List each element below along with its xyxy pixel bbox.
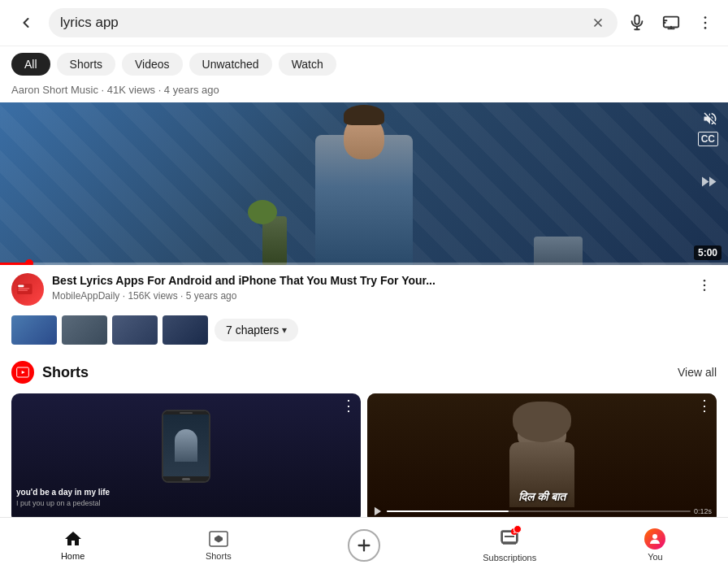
short-more-button-2[interactable]: ⋮ <box>697 398 712 413</box>
chapter-thumb-3[interactable] <box>112 315 158 345</box>
chapter-thumb-1[interactable] <box>11 315 57 345</box>
notification-badge <box>514 525 522 533</box>
avatar-initials <box>11 273 44 306</box>
microphone-icon[interactable] <box>626 11 648 34</box>
nav-item-subscriptions[interactable]: 1 Subscriptions <box>437 524 583 566</box>
filter-tab-shorts[interactable]: Shorts <box>57 53 115 76</box>
channel-avatar[interactable] <box>11 273 44 306</box>
bottom-navigation: Home Shorts 1 Subscriptions <box>0 517 728 569</box>
nav-item-add[interactable] <box>291 526 436 565</box>
svg-point-6 <box>704 16 707 19</box>
nav-item-you[interactable]: You <box>583 525 728 565</box>
filter-tab-all[interactable]: All <box>11 53 50 76</box>
chevron-down-icon: ▾ <box>282 324 287 336</box>
video-meta: MobileAppDaily · 156K views · 5 years ag… <box>52 290 684 302</box>
svg-rect-11 <box>18 288 29 289</box>
fast-forward-icon[interactable] <box>699 172 718 196</box>
video-duration: 5:00 <box>694 245 722 260</box>
video-info-row: Best Lyrics Apps For Android and iPhone … <box>0 265 728 311</box>
chapters-expand-button[interactable]: 7 chapters ▾ <box>214 319 298 341</box>
phone-mockup <box>162 410 210 483</box>
shorts-section-title: Shorts <box>42 364 670 381</box>
chapter-thumb-2[interactable] <box>62 315 107 345</box>
nav-label-home: Home <box>61 551 84 561</box>
svg-point-8 <box>704 27 707 29</box>
nav-item-shorts[interactable]: Shorts <box>145 526 291 564</box>
filter-tab-watch[interactable]: Watch <box>279 53 336 76</box>
shorts-logo-icon <box>11 361 34 384</box>
mute-icon[interactable] <box>702 111 718 131</box>
chapter-thumb-4[interactable] <box>162 315 208 345</box>
back-button[interactable] <box>11 8 41 37</box>
svg-point-13 <box>704 280 706 282</box>
nav-label-subscriptions: Subscriptions <box>483 553 536 562</box>
cc-icon[interactable]: CC <box>698 132 718 146</box>
short-card-1-bg: you'd be a day in my life I put you up o… <box>11 393 361 523</box>
filter-tabs: All Shorts Videos Unwatched Watch <box>0 46 728 82</box>
channel-bar: Aaron Short Music · 41K views · 4 years … <box>0 82 728 102</box>
svg-rect-5 <box>664 17 678 28</box>
cast-icon[interactable] <box>660 11 682 34</box>
search-input[interactable]: lyrics app <box>60 15 583 31</box>
svg-rect-2 <box>635 15 639 24</box>
svg-marker-16 <box>375 507 381 516</box>
svg-point-22 <box>652 534 657 539</box>
svg-point-7 <box>704 22 707 24</box>
subscriptions-icon-wrap: 1 <box>500 528 519 550</box>
more-options-icon[interactable] <box>694 11 717 34</box>
short-card-2-bg: दिल की बात 0:12s <box>367 393 717 523</box>
shorts-grid: you'd be a day in my life I put you up o… <box>0 390 728 532</box>
filter-tab-videos[interactable]: Videos <box>122 53 183 76</box>
add-button[interactable] <box>348 529 380 562</box>
you-avatar <box>644 528 665 549</box>
short-more-button-1[interactable]: ⋮ <box>341 398 356 413</box>
shorts-nav-icon <box>209 529 228 549</box>
nav-item-home[interactable]: Home <box>0 526 145 564</box>
filter-tab-unwatched[interactable]: Unwatched <box>189 53 272 76</box>
chapters-row: 7 chapters ▾ <box>0 311 728 354</box>
video-more-button[interactable] <box>692 273 717 298</box>
svg-point-15 <box>704 289 706 292</box>
nav-label-shorts: Shorts <box>206 551 232 561</box>
clear-search-button[interactable] <box>590 15 606 31</box>
progress-dot[interactable] <box>25 259 33 265</box>
chapters-label: 7 chapters <box>226 324 279 337</box>
nav-label-you: You <box>648 552 663 562</box>
short-card-2[interactable]: दिल की बात 0:12s ⋮ <box>367 393 717 523</box>
svg-point-14 <box>704 284 706 287</box>
video-progress-bar[interactable] <box>0 263 728 265</box>
shorts-section-header: Shorts View all <box>0 354 728 390</box>
view-all-button[interactable]: View all <box>678 366 717 379</box>
video-text-block: Best Lyrics Apps For Android and iPhone … <box>52 273 684 302</box>
video-title: Best Lyrics Apps For Android and iPhone … <box>52 273 684 288</box>
short-card-1[interactable]: you'd be a day in my life I put you up o… <box>11 393 361 523</box>
search-bar[interactable]: lyrics app <box>49 8 618 37</box>
header: lyrics app <box>0 0 728 46</box>
svg-rect-10 <box>18 284 24 287</box>
home-icon <box>63 529 83 549</box>
header-icons <box>626 11 717 34</box>
video-player[interactable]: CC 5:00 <box>0 102 728 265</box>
svg-rect-12 <box>18 289 28 290</box>
video-background <box>0 102 728 265</box>
